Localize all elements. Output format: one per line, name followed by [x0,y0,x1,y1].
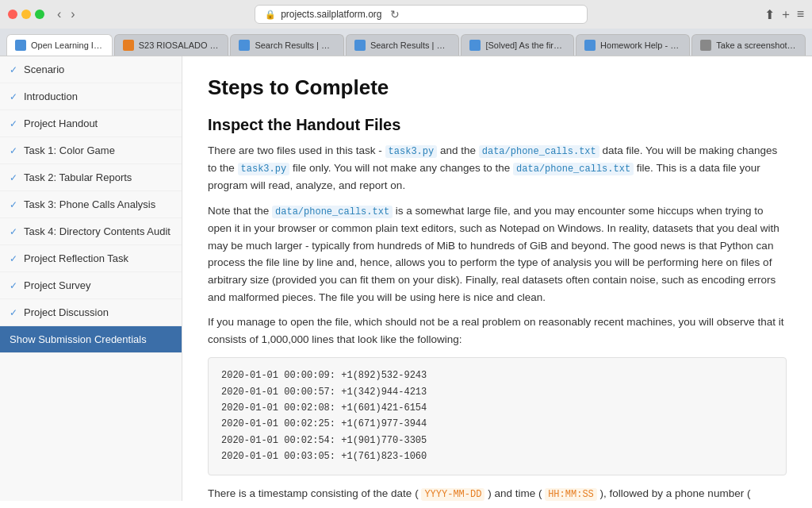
check-icon-project-handout: ✓ [10,118,17,129]
code-line-2: 2020-01-01 00:00:57: +1(342)944-4213 [221,384,773,400]
tab-label-4: Search Results | Course... [370,40,451,50]
browser-chrome: ‹ › 🔒 projects.sailplatform.org ↻ ⬆ ＋ ≡ … [0,0,812,56]
sidebar-item-introduction[interactable]: ✓ Introduction [0,83,182,110]
sidebar-label-task2: Task 2: Tabular Reports [24,171,172,183]
sidebar-label-scenario: Scenario [24,64,172,75]
check-icon-task1: ✓ [10,145,17,156]
data-phone3-code: data/phone_calls.txt [272,206,393,218]
check-icon-task2: ✓ [10,172,17,183]
para4-mid2: ), followed by a phone number ( [597,487,751,499]
tab-label-3: Search Results | Course... [255,40,335,50]
main-content: Steps to Complete Inspect the Handout Fi… [182,56,812,501]
page-title: Steps to Complete [208,75,787,100]
maximize-button[interactable] [35,10,44,19]
browser-actions: ⬆ ＋ ≡ [764,6,804,23]
lock-icon: 🔒 [265,10,276,20]
tab-open-learning[interactable]: Open Learning Initiative [6,34,113,56]
check-icon-reflection: ✓ [10,253,17,264]
check-icon-survey: ✓ [10,280,17,291]
check-icon-task4: ✓ [10,226,17,237]
para2-pre: Note that the [208,205,272,217]
address-text: projects.sailplatform.org [281,9,381,20]
code-line-6: 2020-01-01 00:03:05: +1(761)823-1060 [221,448,773,464]
sidebar-item-discussion[interactable]: ✓ Project Discussion [0,299,182,326]
share-button[interactable]: ⬆ [764,7,775,22]
check-icon-task3: ✓ [10,199,17,210]
tab-search1[interactable]: Search Results | Course... [230,34,344,56]
sidebar-item-task3[interactable]: ✓ Task 3: Phone Calls Analysis [0,191,182,218]
data-phone2-code: data/phone_calls.txt [513,163,634,175]
sidebar-item-scenario[interactable]: ✓ Scenario [0,56,182,83]
sidebar-item-task2[interactable]: ✓ Task 2: Tabular Reports [0,164,182,191]
check-icon-introduction: ✓ [10,91,17,102]
more-button[interactable]: ≡ [797,7,804,21]
nav-arrows: ‹ › [54,7,79,21]
yyyy-code: YYYY-MM-DD [421,488,485,501]
sidebar: ✓ Scenario ✓ Introduction ✓ Project Hand… [0,56,182,501]
address-bar-wrap: 🔒 projects.sailplatform.org ↻ [85,5,758,24]
sidebar-label-reflection: Project Reflection Task [24,252,172,264]
sidebar-item-task1[interactable]: ✓ Task 1: Color Game [0,137,182,164]
sidebar-label-task1: Task 1: Color Game [24,144,172,156]
back-button[interactable]: ‹ [54,7,64,21]
task3py-code: task3.py [385,145,438,158]
sidebar-label-introduction: Introduction [24,90,172,102]
sidebar-item-project-handout[interactable]: ✓ Project Handout [0,110,182,137]
sidebar-item-show-credentials[interactable]: Show Submission Credentials [0,326,182,353]
window-controls [8,10,44,19]
tab-label-2: S23 RIOSALADO 24480... [139,40,220,50]
tab-search2[interactable]: Search Results | Course... [346,34,460,56]
tab-label-7: Take a screenshot on yo... [716,40,797,50]
tab-solved[interactable]: [Solved] As the first step... [461,34,574,56]
para4-pre: There is a timestamp consisting of the d… [208,487,421,499]
code-line-4: 2020-01-01 00:02:25: +1(671)977-3944 [221,416,773,432]
close-button[interactable] [8,10,17,19]
tab-favicon-7 [700,40,711,51]
sidebar-item-survey[interactable]: ✓ Project Survey [0,272,182,299]
tab-favicon-2 [123,40,134,51]
tab-label-1: Open Learning Initiative [31,40,104,50]
paragraph-4: There is a timestamp consisting of the d… [208,485,787,501]
check-icon-scenario: ✓ [10,64,17,75]
paragraph-3: If you manage to open the file, which sh… [208,314,787,348]
tab-screenshot[interactable]: Take a screenshot on yo... [691,34,806,56]
section1-title: Inspect the Handout Files [208,116,787,134]
reload-button[interactable]: ↻ [390,8,400,21]
forward-button[interactable]: › [67,7,78,21]
code-block: 2020-01-01 00:00:09: +1(892)532-9243 202… [208,357,787,475]
para1d-text: file only. You will not make any changes… [289,162,513,174]
check-icon-discussion: ✓ [10,307,17,318]
tab-favicon-1 [15,40,26,51]
para4-mid: ) and time ( [485,487,545,499]
tab-favicon-5 [469,40,481,51]
tab-riosalado[interactable]: S23 RIOSALADO 24480... [114,34,229,56]
sidebar-label-project-handout: Project Handout [24,117,172,129]
tab-bar: Open Learning Initiative S23 RIOSALADO 2… [0,29,812,56]
para1b-text: and the [437,144,479,156]
sidebar-label-show-credentials: Show Submission Credentials [10,333,172,345]
new-tab-button[interactable]: ＋ [779,6,792,23]
paragraph-2: Note that the data/phone_calls.txt is a … [208,202,787,306]
sidebar-item-task4[interactable]: ✓ Task 4: Directory Contents Audit [0,218,182,245]
code-line-3: 2020-01-01 00:02:08: +1(601)421-6154 [221,400,773,416]
tab-label-6: Homework Help - Q&A fr... [600,40,681,50]
data-phone-code: data/phone_calls.txt [479,145,599,158]
para2-post: is a somewhat large file, and you may en… [208,205,779,303]
tab-label-5: [Solved] As the first step... [485,40,565,50]
tab-favicon-4 [354,40,366,51]
sidebar-label-task3: Task 3: Phone Calls Analysis [24,198,172,210]
sidebar-item-reflection[interactable]: ✓ Project Reflection Task [0,245,182,272]
tab-favicon-3 [239,40,250,51]
paragraph-1: There are two files used in this task - … [208,142,787,194]
code-line-5: 2020-01-01 00:02:54: +1(901)770-3305 [221,433,773,448]
code-line-1: 2020-01-01 00:00:09: +1(892)532-9243 [221,368,773,383]
minimize-button[interactable] [21,10,31,19]
sidebar-label-survey: Project Survey [24,279,172,291]
tab-favicon-6 [584,40,596,51]
title-bar: ‹ › 🔒 projects.sailplatform.org ↻ ⬆ ＋ ≡ [0,0,812,29]
app-layout: ✓ Scenario ✓ Introduction ✓ Project Hand… [0,56,812,501]
task3py2-code: task3.py [238,163,290,175]
sidebar-label-discussion: Project Discussion [24,306,172,318]
tab-homework[interactable]: Homework Help - Q&A fr... [576,34,690,56]
address-bar[interactable]: 🔒 projects.sailplatform.org ↻ [255,5,588,24]
